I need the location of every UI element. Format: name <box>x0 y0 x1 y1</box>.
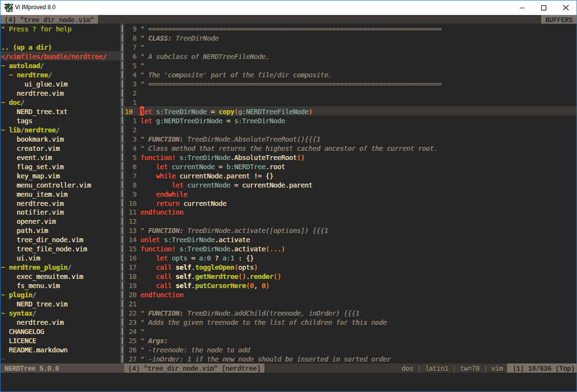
svg-text:im: im <box>9 8 13 12</box>
